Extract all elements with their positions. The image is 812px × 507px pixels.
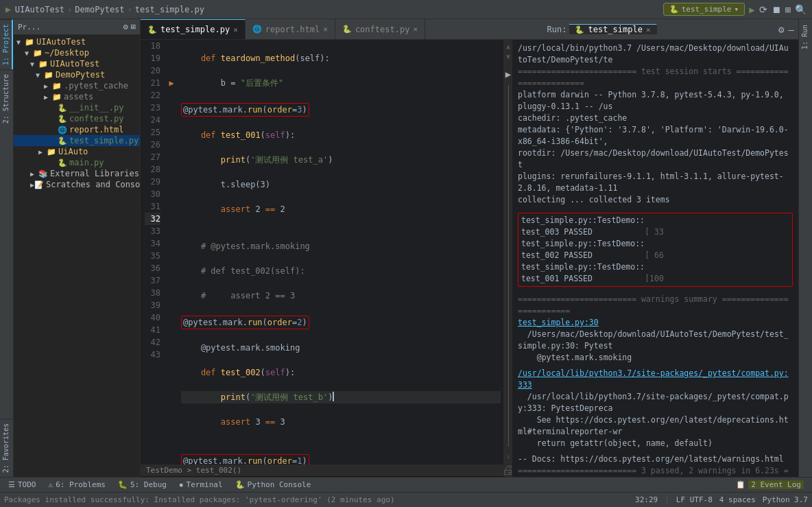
run-tab-close-icon[interactable]: ✕ [646, 25, 651, 34]
run-link-3[interactable]: /usr/local/lib/python3.7/site-packages/_… [518, 368, 793, 391]
fold-marker-2[interactable]: ▼ [506, 53, 510, 60]
line-separator: | [665, 495, 669, 504]
bottom-tab-todo[interactable]: ☰ TODO [3, 479, 42, 491]
tree-item-desktop[interactable]: ▼ 📁 ~/Desktop [14, 47, 140, 58]
tab-report-close-icon[interactable]: ✕ [323, 25, 328, 34]
run-config-dropdown[interactable]: 🐍 test_simple ▾ [663, 3, 745, 16]
tab-close-icon[interactable]: ✕ [233, 25, 238, 34]
tab-test-simple-label: test_simple.py [160, 25, 230, 34]
cursor-position[interactable]: 32:29 [635, 495, 658, 504]
run-config-label: test_simple [682, 5, 732, 14]
tab-conftest-close-icon[interactable]: ✕ [413, 25, 418, 34]
py-icon: 🐍 [58, 158, 67, 167]
tree-item-conftest[interactable]: ▶ 🐍 conftest.py [14, 113, 140, 124]
side-tabs-left: 1: Project 2: Structure 2: Favorites [0, 19, 14, 477]
project-tree-title: Pr... [18, 23, 121, 32]
tree-item-report[interactable]: ▶ 🌐 report.html [14, 124, 140, 135]
sidebar-item-project[interactable]: 1: Project [0, 19, 13, 69]
code-content: 18 19 20 21 22 23 24 25 26 27 28 29 30 3… [141, 40, 503, 464]
indent-label[interactable]: 4 spaces [719, 495, 756, 504]
rerun-button[interactable]: ⟳ [759, 4, 767, 15]
tab-conftest-label: conftest.py [355, 25, 409, 34]
folder-icon: 📁 [33, 49, 43, 58]
code-line-31: def test_002(self): [181, 366, 501, 379]
tree-item-pytest-cache[interactable]: ▶ 📁 .pytest_cache [14, 80, 140, 91]
editor-fold-gutter: ▲ ▼ ▶ ↓ 🖨 [504, 40, 512, 477]
project-tree-content: ▼ 📁 UIAutoTest ▼ 📁 ~/Desktop ▼ 📁 UIAutoT… [14, 35, 140, 477]
tree-item-test-simple[interactable]: ▶ 🐍 test_simple.py [14, 135, 140, 146]
run-link-4[interactable]: /usr/local/lib/python3.7/site-packages/_… [518, 392, 789, 413]
tree-item-demopytest[interactable]: ▼ 📁 DemoPytest [14, 69, 140, 80]
tab-test-simple[interactable]: 🐍 test_simple.py ✕ [141, 19, 246, 39]
run-line-1: platform darwin -- Python 3.7.8, pytest-… [518, 89, 793, 113]
search-button[interactable]: 🔍 [795, 4, 807, 15]
event-log-badge[interactable]: 📋 2 Event Log [730, 479, 809, 491]
tab-run-output[interactable]: 🐍 test_simple ✕ [569, 24, 656, 34]
scratch-icon: 📝 [34, 180, 44, 189]
run-link-warnings[interactable]: https://docs.pytest.org/en/latest/warnin… [560, 454, 783, 464]
tree-item-scratches[interactable]: ▶ 📝 Scratches and Consol [14, 179, 140, 190]
run-passed-001: test_simple.py::TestDemo::test_001 PASSE… [521, 261, 789, 285]
run-button[interactable]: ▶ [749, 4, 754, 15]
tab-report[interactable]: 🌐 report.html ✕ [246, 19, 335, 39]
bottom-tab-python-console[interactable]: 🐍 Python Console [230, 479, 317, 491]
tree-item-assets[interactable]: ▶ 📁 assets [14, 91, 140, 102]
settings-icon[interactable]: ⚙ [778, 24, 784, 35]
run-output: /usr/local/bin/python3.7 /Users/mac/Desk… [512, 40, 798, 477]
breadcrumb-part-2: DemoPytest [75, 5, 124, 14]
sidebar-item-favorites[interactable]: 2: Favorites [0, 418, 13, 477]
encoding-label[interactable]: LF UTF-8 [676, 495, 713, 504]
run-passed-002: test_simple.py::TestDemo::test_002 PASSE… [521, 238, 789, 261]
passed-results-box: test_simple.py::TestDemo::test_003 PASSE… [518, 213, 793, 287]
fold-marker-1[interactable]: ▲ [506, 43, 510, 50]
run-line-0: /usr/local/bin/python3.7 /Users/mac/Desk… [518, 43, 793, 66]
bottom-tabs: ☰ TODO ⚠ 6: Problems 🐛 5: Debug ▪ Termin… [0, 477, 812, 492]
run-link-1[interactable]: test_simple.py:30 [518, 317, 793, 329]
minimize-icon[interactable]: — [789, 24, 794, 35]
code-line-26: # @pytest.mark.smoking [181, 240, 501, 252]
problems-label: 6: Problems [56, 480, 106, 489]
titlebar: ▶ UIAutoTest › DemoPytest › test_simple.… [0, 0, 812, 19]
debug-label: 5: Debug [130, 480, 167, 489]
code-line-28: # assert 2 == 3 [181, 290, 501, 302]
py-icon: 🐍 [58, 115, 67, 123]
scroll-down-icon[interactable]: ↓ [506, 452, 510, 460]
tree-item-main[interactable]: ▶ 🐍 main.py [14, 157, 140, 168]
editor-gutter: ▶ [165, 40, 178, 464]
run-play-icon[interactable]: ▶ [505, 69, 511, 80]
tree-settings-icon[interactable]: ⚙ [123, 22, 128, 32]
tab-conftest[interactable]: 🐍 conftest.py ✕ [335, 19, 425, 39]
run-warnings-header: ========================= warnings summa… [518, 294, 793, 317]
bottom-tab-terminal[interactable]: ▪ Terminal [174, 479, 228, 491]
todo-icon: ☰ [8, 480, 15, 489]
sidebar-right-run-tab[interactable]: 1: Run [799, 19, 812, 55]
python-version[interactable]: Python 3.7 [763, 495, 808, 504]
tree-item-external[interactable]: ▶ 📚 External Libraries [14, 168, 140, 179]
sidebar-item-structure[interactable]: 2: Structure [0, 69, 13, 128]
tree-expand-icon[interactable]: ⊞ [131, 22, 136, 32]
run-passed-003: test_simple.py::TestDemo::test_003 PASSE… [521, 215, 789, 238]
code-line-30: @pytest.mark.smoking [181, 342, 501, 354]
problems-icon: ⚠ [49, 480, 53, 489]
py-icon: 🐍 [58, 137, 67, 145]
stop-button[interactable]: ⏹ [772, 4, 781, 15]
code-editor[interactable]: 18 19 20 21 22 23 24 25 26 27 28 29 30 3… [141, 40, 504, 477]
tree-item-uiautotest2[interactable]: ▼ 📁 UIAutoTest [14, 58, 140, 69]
tree-item-init[interactable]: ▶ 🐍 __init__.py [14, 102, 140, 113]
run-link-docs[interactable]: https://docs.pytest.org/en/latest/deprec… [518, 415, 789, 436]
run-summary: ========================= 3 passed, 2 wa… [518, 465, 793, 477]
code-line-19: b = "后置条件" [181, 77, 501, 89]
tree-item-uiauto[interactable]: ▶ 📁 UiAuto [14, 146, 140, 157]
run-line-8: @pytest.mark.smoking [518, 352, 793, 364]
bottom-tab-debug[interactable]: 🐛 5: Debug [112, 479, 172, 491]
run-line-5: plugins: rerunfailures-9.1.1, html-3.1.1… [518, 171, 793, 194]
coverage-button[interactable]: ⊞ [785, 4, 791, 15]
run-line-12: -- Docs: https://docs.pytest.org/en/late… [518, 453, 793, 465]
breadcrumb-part-3: test_simple.py [135, 5, 204, 14]
bottom-tab-problems[interactable]: ⚠ 6: Problems [43, 479, 111, 491]
tree-item-uiautotest[interactable]: ▼ 📁 UIAutoTest [14, 36, 140, 47]
code-lines[interactable]: def teardown_method(self): b = "后置条件" @p… [178, 40, 503, 464]
run-line-6: collecting ... collected 3 items [518, 194, 793, 206]
code-line-21: def test_001(self): [181, 129, 501, 141]
run-link-2[interactable]: /Users/mac/Desktop/download/UIAutoTest/D… [518, 329, 789, 351]
